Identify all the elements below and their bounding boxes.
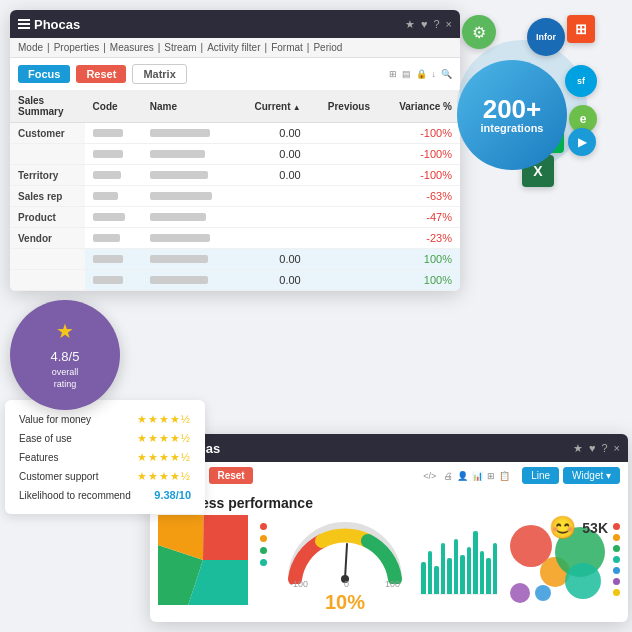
col-header-group[interactable]: SalesSummary (10, 90, 85, 123)
bar (454, 539, 459, 594)
summary-label2 (10, 270, 85, 291)
rating-label-value: Value for money (19, 414, 91, 425)
star-icon-b[interactable]: ★ (573, 442, 583, 455)
prev-val (309, 228, 378, 249)
bubble-legend (613, 523, 620, 596)
bar (421, 562, 426, 594)
gauge-min: -100 (290, 579, 308, 589)
heart-icon-b[interactable]: ♥ (589, 442, 596, 454)
rating-label: overallrating (52, 367, 79, 390)
user-icon[interactable]: 👤 (457, 471, 468, 481)
chart-toolbar-right: </> 🖨 👤 📊 ⊞ 📋 Line Widget ▾ (423, 467, 620, 484)
col-header-name[interactable]: Name (142, 90, 235, 123)
kpi-value: 53K (582, 520, 608, 536)
star-icon: ★ (56, 319, 74, 343)
business-performance-window: Phocas ★ ♥ ? × Focus Reset </> 🖨 👤 📊 ⊞ 📋… (150, 434, 628, 622)
prev-val (309, 186, 378, 207)
legend-dot-5 (613, 567, 620, 574)
bar (480, 551, 485, 594)
legend-item (260, 559, 267, 566)
likelihood-value: 9.38/10 (154, 489, 191, 501)
rating-label-likelihood: Likelihood to recommend (19, 490, 131, 501)
table-row[interactable]: Sales rep -63% (10, 186, 460, 207)
table-row[interactable]: 0.00 -100% (10, 144, 460, 165)
grid-icon-b[interactable]: ⊞ (487, 471, 495, 481)
rating-row-likelihood: Likelihood to recommend 9.38/10 (19, 486, 191, 504)
print-icon[interactable]: 🖨 (444, 471, 453, 481)
variance-val: 100% (378, 270, 460, 291)
table-row[interactable]: Territory 0.00 -100% (10, 165, 460, 186)
variance-val: 100% (378, 249, 460, 270)
stream-menu[interactable]: Stream (164, 42, 196, 53)
bubble (510, 583, 530, 603)
prev-val (309, 249, 378, 270)
table-row: 0.00 100% (10, 270, 460, 291)
line-button[interactable]: Line (522, 467, 559, 484)
legend-dot (260, 547, 267, 554)
properties-menu[interactable]: Properties (54, 42, 100, 53)
current-val: 0.00 (235, 249, 309, 270)
rating-score: 4.8/5 (51, 343, 80, 365)
table-row[interactable]: Vendor -23% (10, 228, 460, 249)
ratings-detail-card: Value for money ★★★★½ Ease of use ★★★★½ … (5, 400, 205, 514)
code-bar (93, 129, 123, 137)
bubble (535, 585, 551, 601)
clipboard-icon[interactable]: 📋 (499, 471, 510, 481)
code-bar (93, 213, 125, 221)
menu-icon[interactable] (18, 19, 30, 29)
help-icon-b[interactable]: ? (601, 442, 607, 454)
table-row[interactable]: Product -47% (10, 207, 460, 228)
matrix-button[interactable]: Matrix (132, 64, 186, 84)
legend-item (260, 547, 267, 554)
integrations-count-circle: 200+ integrations (457, 60, 567, 170)
legend-dot-4 (613, 556, 620, 563)
rating-label-ease: Ease of use (19, 433, 72, 444)
col-header-previous[interactable]: Previous (309, 90, 378, 123)
bar-chart (421, 515, 497, 595)
sales-table: SalesSummary Code Name Current Previous … (10, 90, 460, 291)
pie-svg (158, 515, 248, 605)
prev-val (309, 123, 378, 144)
gauge-svg (285, 519, 405, 584)
gauge-chart: -100 0 100 10% (285, 519, 405, 614)
mode-menu[interactable]: Mode (18, 42, 43, 53)
name-bar (150, 171, 208, 179)
bar (493, 543, 498, 594)
period-menu[interactable]: Period (313, 42, 342, 53)
name-bar (150, 129, 210, 137)
format-menu[interactable]: Format (271, 42, 303, 53)
bar (467, 547, 472, 594)
code-icon[interactable]: </> (423, 471, 436, 481)
bar (460, 555, 465, 595)
reset-button[interactable]: Reset (76, 65, 126, 83)
legend-dot-1 (613, 523, 620, 530)
chart-area: 😊 53K (150, 515, 628, 622)
stars-features: ★★★★½ (137, 451, 191, 464)
name-bar (150, 255, 208, 263)
col-header-current[interactable]: Current (235, 90, 309, 123)
reset-button-bottom[interactable]: Reset (209, 467, 252, 484)
bar (473, 531, 478, 594)
table-row[interactable]: Customer 0.00 -100% (10, 123, 460, 144)
sales-summary-window: Phocas ★ ♥ ? × Mode | Properties | Measu… (10, 10, 460, 291)
top-toolbar: Mode | Properties | Measures | Stream | … (10, 38, 460, 58)
chart-title: Business performance (150, 489, 628, 515)
col-header-code[interactable]: Code (85, 90, 142, 123)
measures-menu[interactable]: Measures (110, 42, 154, 53)
legend-item (260, 535, 267, 542)
close-icon-b[interactable]: × (614, 442, 620, 454)
focus-button[interactable]: Focus (18, 65, 70, 83)
pie-legend (260, 523, 267, 566)
activity-filter-menu[interactable]: Activity filter (207, 42, 260, 53)
prev-val (309, 270, 378, 291)
variance-val: -23% (378, 228, 460, 249)
current-val: 0.00 (235, 123, 309, 144)
current-val: 0.00 (235, 165, 309, 186)
widget-button[interactable]: Widget ▾ (563, 467, 620, 484)
code-bar (93, 234, 120, 242)
legend-dot-2 (613, 534, 620, 541)
legend-item (260, 523, 267, 530)
chart-icon[interactable]: 📊 (472, 471, 483, 481)
current-val: 0.00 (235, 270, 309, 291)
titlebar-bottom: Phocas ★ ♥ ? × (150, 434, 628, 462)
